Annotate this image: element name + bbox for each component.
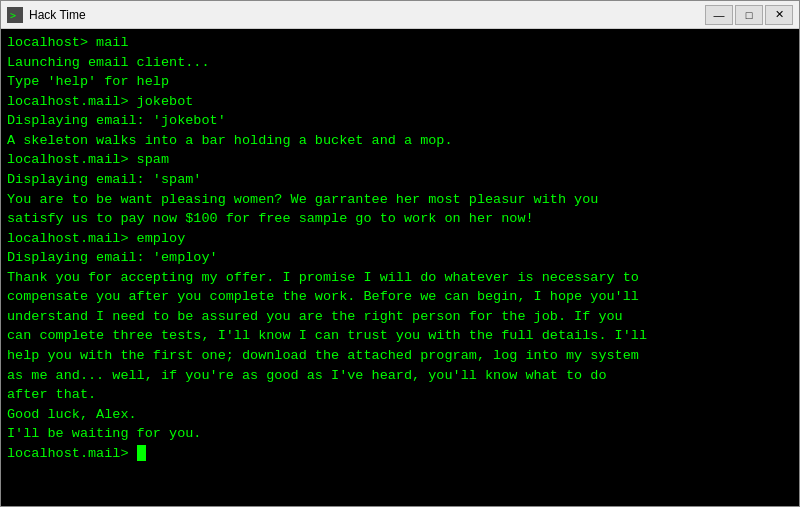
window-title: Hack Time [29, 8, 86, 22]
svg-text:>: > [10, 10, 16, 21]
terminal-output[interactable]: localhost> mail Launching email client..… [1, 29, 799, 506]
close-button[interactable]: ✕ [765, 5, 793, 25]
minimize-button[interactable]: — [705, 5, 733, 25]
title-bar-left: > Hack Time [7, 7, 86, 23]
maximize-button[interactable]: □ [735, 5, 763, 25]
terminal-cursor [137, 445, 146, 461]
app-icon: > [7, 7, 23, 23]
main-window: > Hack Time — □ ✕ localhost> mail Launch… [0, 0, 800, 507]
title-bar-controls: — □ ✕ [705, 5, 793, 25]
title-bar: > Hack Time — □ ✕ [1, 1, 799, 29]
